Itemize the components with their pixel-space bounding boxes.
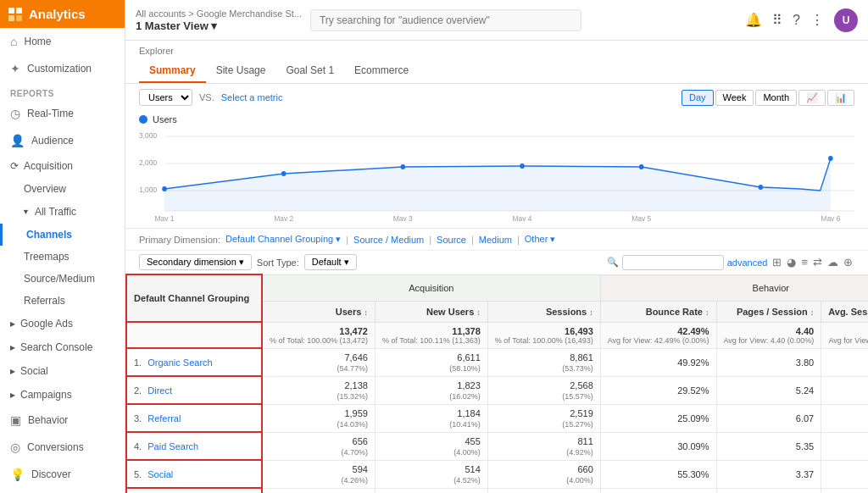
performance-view-icon[interactable]: ≡ <box>799 254 810 270</box>
cell-users: 656(4.70%) <box>262 432 375 460</box>
google-ads-icon: ▸ <box>10 318 15 330</box>
sidebar-sub-item-treemaps[interactable]: Treemaps <box>0 246 125 268</box>
channel-link[interactable]: Direct <box>147 385 172 396</box>
col-header-bounce-rate[interactable]: Bounce Rate ↕ <box>600 301 716 322</box>
help-icon[interactable]: ? <box>793 13 800 28</box>
sort-type-select[interactable]: Default ▾ <box>304 254 357 270</box>
svg-point-12 <box>639 164 644 169</box>
sidebar-item-audience[interactable]: 👤 Audience <box>0 127 125 154</box>
cell-new-users: 1,184(10.41%) <box>375 404 487 432</box>
medium-link[interactable]: Medium <box>479 235 512 245</box>
default-channel-grouping-link[interactable]: Default Channel Grouping ▾ <box>225 234 341 245</box>
table-row: 1. Organic Search 7,646(54.77%) 6,611(58… <box>126 348 868 376</box>
table-view-icons: ⊞ ◕ ≡ ⇄ ☁ ⊕ <box>771 254 854 270</box>
sidebar-item-home[interactable]: ⌂ Home <box>0 28 125 55</box>
svg-point-9 <box>281 171 287 176</box>
metric-select[interactable]: Users <box>139 89 192 106</box>
term-cloud-icon[interactable]: ☁ <box>826 254 840 270</box>
other-link[interactable]: Other ▾ <box>525 234 556 245</box>
source-medium-link[interactable]: Source / Medium <box>353 235 424 245</box>
sessions-sort-icon: ↕ <box>589 308 593 317</box>
cell-bounce-rate: 49.92% <box>600 348 716 376</box>
tab-ecommerce[interactable]: Ecommerce <box>344 59 419 83</box>
audience-icon: 👤 <box>10 134 25 147</box>
chart-svg: 3,000 2,000 1,000 <box>139 128 854 221</box>
svg-point-11 <box>520 163 525 169</box>
dimension-bar: Primary Dimension: Default Channel Group… <box>125 228 868 250</box>
channel-link[interactable]: Referral <box>147 413 181 424</box>
channel-link[interactable]: Paid Search <box>147 441 198 451</box>
cell-avg-session: 00:01:45 <box>821 460 868 488</box>
sidebar-item-google-ads[interactable]: ▸ Google Ads <box>0 312 125 335</box>
col-header-channel-grouping: Default Channel Grouping <box>126 274 262 322</box>
advanced-link[interactable]: advanced <box>727 258 768 268</box>
col-group-behavior: Behavior <box>600 274 868 301</box>
cell-new-users: 1,823(16.02%) <box>375 376 487 404</box>
sidebar-item-search-console[interactable]: ▸ Search Console <box>0 335 125 359</box>
channel-link[interactable]: Organic Search <box>147 357 212 368</box>
total-users: 13,472 % of Total: 100.00% (13,472) <box>262 322 375 348</box>
sidebar-sub-item-referrals[interactable]: Referrals <box>0 290 125 312</box>
week-button[interactable]: Week <box>715 90 754 106</box>
line-chart-button[interactable]: 📈 <box>798 90 826 106</box>
cell-new-users: 6,611(58.10%) <box>375 348 487 376</box>
sidebar-sub-item-channels[interactable]: Channels <box>0 224 125 246</box>
bounce-rate-sort-icon: ↕ <box>705 308 709 317</box>
view-selector[interactable]: 1 Master View ▾ <box>136 19 302 32</box>
cell-new-users: 455(4.00%) <box>375 432 487 460</box>
explorer-header: Explorer Summary Site Usage Goal Set 1 E… <box>125 41 868 84</box>
source-link[interactable]: Source <box>437 235 466 245</box>
breadcrumb: All accounts > Google Merchandise St... <box>136 8 302 19</box>
cell-sessions: 427(2.59%) <box>487 488 600 493</box>
search-input[interactable] <box>310 9 581 31</box>
cell-channel: 6. (Other) <box>126 488 262 493</box>
secondary-dimension-button[interactable]: Secondary dimension ▾ <box>139 254 252 270</box>
sidebar-item-admin[interactable]: ⚙ Admin <box>0 488 125 493</box>
chart-area: Users 3,000 2,000 1,000 <box>125 111 868 228</box>
app-logo-icon <box>8 8 24 21</box>
pie-view-icon[interactable]: ◕ <box>785 254 798 270</box>
apps-icon[interactable]: ⠿ <box>772 12 782 28</box>
sidebar-sub-item-all-traffic[interactable]: ▼ All Traffic <box>0 200 125 224</box>
more-icon[interactable]: ⋮ <box>810 12 824 28</box>
comparison-view-icon[interactable]: ⇄ <box>811 254 824 270</box>
chart-legend-dot <box>139 115 147 124</box>
data-table: Default Channel Grouping Acquisition Beh… <box>125 274 868 493</box>
behavior-icon: ▣ <box>10 413 21 427</box>
sidebar-item-social[interactable]: ▸ Social <box>0 359 125 383</box>
notification-icon[interactable]: 🔔 <box>745 12 762 28</box>
sidebar-item-realtime[interactable]: ◷ Real-Time <box>0 100 125 127</box>
col-header-new-users[interactable]: New Users ↕ <box>375 301 487 322</box>
tab-site-usage[interactable]: Site Usage <box>206 59 276 83</box>
sidebar-item-conversions[interactable]: ◎ Conversions <box>0 434 125 461</box>
channel-link[interactable]: Social <box>147 469 173 479</box>
avatar[interactable]: U <box>834 8 858 32</box>
sidebar-sub-item-overview[interactable]: Overview <box>0 178 125 200</box>
day-button[interactable]: Day <box>682 90 714 106</box>
svg-point-8 <box>162 186 167 191</box>
bar-chart-button[interactable]: 📊 <box>827 90 854 106</box>
col-header-pages-session[interactable]: Pages / Session ↕ <box>716 301 821 322</box>
sidebar-item-customization[interactable]: ✦ Customization <box>0 55 125 82</box>
svg-text:1,000: 1,000 <box>139 186 157 194</box>
sidebar-item-behavior[interactable]: ▣ Behavior <box>0 407 125 434</box>
sidebar-item-discover[interactable]: 💡 Discover <box>0 461 125 488</box>
select-metric-link[interactable]: Select a metric <box>221 92 283 102</box>
table-search-input[interactable] <box>622 255 724 270</box>
table-search-bar: 🔍 advanced ⊞ ◕ ≡ ⇄ ☁ ⊕ <box>607 254 854 270</box>
sidebar-item-campaigns[interactable]: ▸ Campaigns <box>0 383 125 407</box>
tab-goal-set-1[interactable]: Goal Set 1 <box>275 59 344 83</box>
sidebar-item-acquisition[interactable]: ⟳ Acquisition <box>0 154 125 178</box>
tab-summary[interactable]: Summary <box>139 59 206 83</box>
month-button[interactable]: Month <box>755 90 797 106</box>
pivot-icon[interactable]: ⊕ <box>842 254 854 270</box>
sidebar-sub-item-source-medium[interactable]: Source/Medium <box>0 268 125 290</box>
cell-avg-session: 00:04:16 <box>821 404 868 432</box>
table-row: 4. Paid Search 656(4.70%) 455(4.00%) 811… <box>126 432 868 460</box>
col-header-users[interactable]: Users ↕ <box>262 301 375 322</box>
table-view-icon[interactable]: ⊞ <box>771 254 783 270</box>
chevron-down-icon: ▼ <box>22 208 30 216</box>
col-header-sessions[interactable]: Sessions ↕ <box>487 301 600 322</box>
cell-new-users: 258(2.27%) <box>375 488 487 493</box>
col-header-avg-session-duration[interactable]: Avg. Session Duration ↕ <box>821 301 868 322</box>
